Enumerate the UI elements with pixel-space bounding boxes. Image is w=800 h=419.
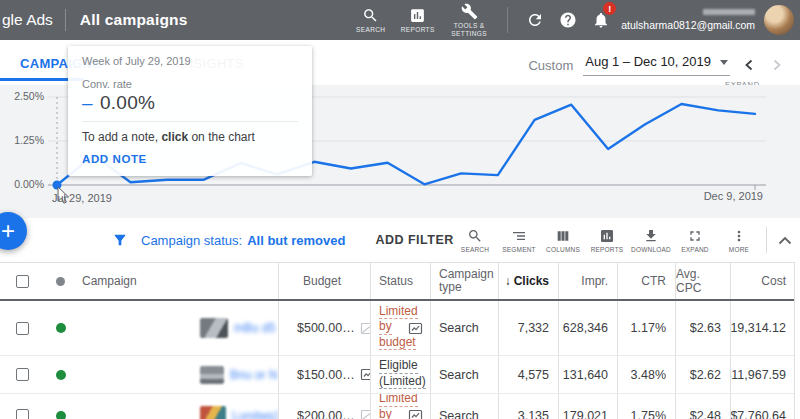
campaign-thumbnail (200, 406, 226, 419)
clicks-cell: 4,575 (498, 356, 558, 393)
bid-strategy-chart-icon[interactable] (360, 368, 370, 381)
clicks-cell: 7,332 (498, 301, 558, 355)
notification-badge: ! (603, 2, 616, 15)
filter-funnel-icon (112, 232, 128, 248)
filter-status-label: Campaign status: (141, 233, 242, 248)
avg-cpc-cell: $2.63 (675, 301, 730, 355)
chevron-up-icon (778, 236, 792, 245)
header-impr[interactable]: Impr. (558, 263, 617, 299)
toolbar-reports-button[interactable]: REPORTS (585, 228, 629, 253)
page-title: All campaigns (80, 11, 188, 29)
tools-settings-label: TOOLS & SETTINGS (441, 22, 497, 37)
header-avg-cpc[interactable]: Avg. CPC (675, 263, 730, 299)
date-range-mode: Custom (528, 58, 573, 73)
download-icon (643, 228, 659, 244)
header-cost[interactable]: Cost (730, 263, 795, 299)
campaign-name-blurred[interactable]: Bnu or Nelcul (230, 368, 278, 382)
campaign-type-cell: Search (430, 356, 498, 393)
toolbar-search-button[interactable]: SEARCH (453, 228, 497, 253)
budget-cell[interactable]: $200.00… (278, 394, 370, 419)
add-note-button[interactable]: ADD NOTE (82, 153, 298, 165)
toolbar-columns-button[interactable]: COLUMNS (541, 228, 585, 253)
status-cell[interactable]: Eligible (Limited) (370, 356, 430, 393)
row-checkbox[interactable] (16, 409, 29, 419)
search-button[interactable]: SEARCH (347, 0, 394, 40)
topbar-divider (65, 9, 66, 31)
ctr-cell: 1.17% (617, 301, 675, 355)
previous-period-button[interactable] (740, 56, 758, 74)
bid-strategy-chart-icon[interactable] (408, 322, 423, 335)
header-campaign[interactable]: Campaign (80, 263, 278, 299)
select-all-checkbox[interactable] (16, 275, 29, 288)
header-ctr[interactable]: CTR (617, 263, 675, 299)
clicks-cell: 3,135 (498, 394, 558, 419)
row-checkbox[interactable] (16, 368, 29, 381)
tooltip-metric-value: –0.00% (82, 92, 298, 114)
campaign-name-cell[interactable]: Lundwq11 (80, 394, 278, 419)
search-icon (362, 7, 379, 24)
campaigns-table: Campaign Budget Status Campaign type ↓ C… (0, 262, 795, 419)
y-tick-250: 2.50% (4, 90, 44, 102)
bid-strategy-chart-icon[interactable] (408, 409, 423, 419)
reports-label: REPORTS (401, 26, 435, 34)
segment-icon (511, 228, 527, 244)
status-cell[interactable]: Limited by budget (370, 394, 430, 419)
status-dot-header (56, 277, 65, 286)
avatar[interactable] (764, 5, 794, 35)
search-icon (467, 228, 483, 244)
tools-settings-button[interactable]: TOOLS & SETTINGS (441, 0, 497, 40)
help-icon (559, 11, 577, 29)
topbar-actions: SEARCH REPORTS TOOLS & SETTINGS (347, 0, 794, 40)
account-name-masked (703, 9, 755, 15)
series-color-dash: – (82, 92, 93, 113)
y-tick-000: 0.00% (4, 178, 44, 190)
wrench-icon (461, 3, 478, 20)
google-ads-logo[interactable]: gle Ads (2, 11, 53, 29)
budget-cell[interactable]: $150.00… (278, 356, 370, 393)
crossed-chart-icon (360, 322, 370, 335)
campaign-name-cell[interactable]: Bnu or Nelcul (80, 356, 278, 393)
campaign-name-blurred[interactable]: Lundwq11 (232, 409, 278, 419)
header-campaign-type[interactable]: Campaign type (430, 263, 498, 299)
campaign-name-blurred[interactable]: mBu d5 (234, 321, 275, 335)
account-email: atulsharma0812@gmail.com (621, 19, 755, 31)
expand-icon (687, 228, 703, 244)
campaign-type-cell: Search (430, 394, 498, 419)
toolbar-more-button[interactable]: MORE (717, 228, 761, 253)
collapse-chart-button[interactable] (772, 236, 798, 245)
impr-cell: 131,640 (558, 356, 617, 393)
account-info[interactable]: atulsharma0812@gmail.com (621, 9, 755, 31)
header-budget[interactable]: Budget (278, 263, 370, 299)
header-status[interactable]: Status (370, 263, 430, 299)
refresh-icon (526, 11, 544, 29)
help-button[interactable] (551, 0, 584, 40)
chart-tooltip: Week of July 29, 2019 Conv. rate –0.00% … (68, 46, 312, 176)
refresh-button[interactable] (518, 0, 551, 40)
reports-button[interactable]: REPORTS (394, 0, 441, 40)
budget-cell[interactable]: $500.00… (278, 301, 370, 355)
table-row: Lundwq11 $200.00… Limited by budget Sear… (0, 394, 794, 419)
add-filter-button[interactable]: ADD FILTER (375, 233, 453, 247)
status-cell[interactable]: Limited by budget (370, 301, 430, 355)
next-period-button[interactable] (768, 56, 786, 74)
impr-cell: 179,021 (558, 394, 617, 419)
top-bar: gle Ads All campaigns SEARCH REPORTS TO (0, 0, 800, 40)
cost-cell: $11,967.59 (730, 356, 795, 393)
toolbar-download-button[interactable]: DOWNLOAD (629, 228, 673, 253)
row-checkbox[interactable] (16, 322, 29, 335)
crossed-chart-icon (360, 409, 370, 419)
notifications-button[interactable]: ! (584, 0, 617, 40)
y-tick-125: 1.25% (4, 134, 44, 146)
toolbar-segment-button[interactable]: SEGMENT (497, 228, 541, 253)
more-vert-icon (731, 228, 747, 244)
filter-status-value[interactable]: All but removed (247, 233, 345, 248)
campaign-enabled-dot (56, 370, 66, 380)
toolbar-expand-button[interactable]: EXPAND (673, 228, 717, 253)
date-range-value: Aug 1 – Dec 10, 2019 (585, 54, 711, 69)
header-clicks[interactable]: ↓ Clicks (498, 263, 558, 299)
date-range-button[interactable]: Aug 1 – Dec 10, 2019 (583, 54, 730, 76)
campaign-enabled-dot (56, 411, 66, 419)
reports-icon (409, 7, 426, 24)
campaign-thumbnail (200, 318, 228, 338)
campaign-name-cell[interactable]: mBu d5 (80, 301, 278, 355)
